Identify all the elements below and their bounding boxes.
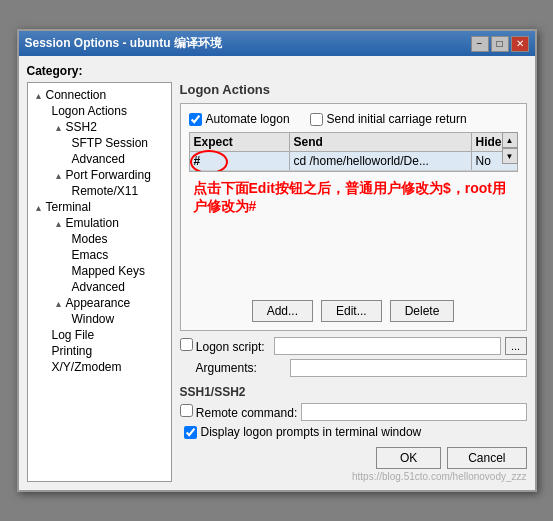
remote-command-label: Remote command:: [180, 404, 298, 420]
send-initial-cr-label: Send initial carriage return: [327, 112, 467, 126]
expand-icon-ssh2: ▴: [52, 122, 66, 133]
logon-script-row: Logon script: ...: [180, 337, 527, 355]
arguments-input[interactable]: [290, 359, 527, 377]
maximize-button[interactable]: □: [491, 36, 509, 52]
minimize-button[interactable]: −: [471, 36, 489, 52]
tree-child-sftp: SFTP Session: [72, 135, 167, 151]
tree-label-connection: Connection: [46, 88, 107, 102]
expand-icon-terminal: ▴: [32, 202, 46, 213]
tree-item-logon-actions[interactable]: Logon Actions: [52, 103, 167, 119]
ok-button[interactable]: OK: [376, 447, 441, 469]
tree-child-appearance-group: ▴ Appearance Window: [52, 295, 167, 327]
category-label: Category:: [27, 64, 527, 78]
tree-item-port-forwarding[interactable]: ▴ Port Forwarding: [52, 167, 167, 183]
send-initial-cr-input[interactable]: [310, 113, 323, 126]
terminal-group: ▴ Terminal ▴ Emulation Modes Emacs: [32, 199, 167, 375]
cancel-button[interactable]: Cancel: [447, 447, 526, 469]
table-header: Expect Send Hide: [190, 133, 517, 152]
tree-label-appearance: Appearance: [66, 296, 131, 310]
tree-child-emulation-group: ▴ Emulation Modes Emacs Mapped Keys: [52, 215, 167, 295]
scroll-down-button[interactable]: ▼: [502, 148, 518, 164]
tree-child-port-forwarding-group: ▴ Port Forwarding Remote/X11: [52, 167, 167, 199]
tree-child-printing: Printing: [52, 343, 167, 359]
delete-button[interactable]: Delete: [390, 300, 455, 322]
tree-item-terminal[interactable]: ▴ Terminal: [32, 199, 167, 215]
section-title: Logon Actions: [180, 82, 527, 97]
tree-item-ssh2[interactable]: ▴ SSH2: [52, 119, 167, 135]
logon-script-label: Logon script:: [180, 338, 270, 354]
main-area: ▴ Connection Logon Actions ▴ SSH2 SFTP S…: [27, 82, 527, 482]
tree-item-emulation[interactable]: ▴ Emulation: [52, 215, 167, 231]
logon-script-browse-button[interactable]: ...: [505, 337, 527, 355]
right-panel: Logon Actions Automate logon Send initia…: [180, 82, 527, 482]
automate-logon-input[interactable]: [189, 113, 202, 126]
expand-icon-pf: ▴: [52, 170, 66, 181]
tree-item-connection[interactable]: ▴ Connection: [32, 87, 167, 103]
td-expect: #: [190, 152, 290, 170]
action-buttons: Add... Edit... Delete: [189, 300, 518, 322]
tree-item-window[interactable]: Window: [72, 311, 167, 327]
annotation-text: 点击下面Edit按钮之后，普通用户修改为$，root用户修改为#: [189, 172, 518, 224]
tree-item-log-file[interactable]: Log File: [52, 327, 167, 343]
remote-command-input[interactable]: [301, 403, 526, 421]
automate-logon-label: Automate logon: [206, 112, 290, 126]
logon-actions-box: Automate logon Send initial carriage ret…: [180, 103, 527, 331]
logon-table: Expect Send Hide # cd /home/helloworld/D…: [189, 132, 518, 172]
remote-command-checkbox[interactable]: [180, 404, 193, 417]
logon-table-wrapper: Expect Send Hide # cd /home/helloworld/D…: [189, 132, 518, 290]
expand-icon: ▴: [32, 90, 46, 101]
tree-child-modes: Modes: [72, 231, 167, 247]
category-tree[interactable]: ▴ Connection Logon Actions ▴ SSH2 SFTP S…: [27, 82, 172, 482]
tree-child-log-file: Log File: [52, 327, 167, 343]
tree-item-mapped-keys[interactable]: Mapped Keys: [72, 263, 167, 279]
arguments-label: Arguments:: [196, 361, 286, 375]
tree-child-logon-actions: Logon Actions: [52, 103, 167, 119]
display-logon-row: Display logon prompts in terminal window: [180, 425, 527, 439]
tree-label-terminal: Terminal: [46, 200, 91, 214]
tree-child-xyzmodem: X/Y/Zmodem: [52, 359, 167, 375]
th-send: Send: [290, 133, 472, 151]
tree-item-xyzmodem[interactable]: X/Y/Zmodem: [52, 359, 167, 375]
title-bar-buttons: − □ ✕: [471, 36, 529, 52]
td-send: cd /home/helloworld/De...: [290, 152, 472, 170]
tree-item-printing[interactable]: Printing: [52, 343, 167, 359]
tree-item-appearance[interactable]: ▴ Appearance: [52, 295, 167, 311]
title-bar: Session Options - ubuntu 编译环境 − □ ✕: [19, 31, 535, 56]
bottom-section: Logon script: ... Arguments: SSH1/SSH2 R…: [180, 337, 527, 439]
tree-child-emacs: Emacs: [72, 247, 167, 263]
edit-button[interactable]: Edit...: [321, 300, 382, 322]
add-button[interactable]: Add...: [252, 300, 313, 322]
tree-item-advanced2[interactable]: Advanced: [72, 279, 167, 295]
th-expect: Expect: [190, 133, 290, 151]
logon-script-checkbox[interactable]: [180, 338, 193, 351]
tree-label-ssh2: SSH2: [66, 120, 97, 134]
tree-item-modes[interactable]: Modes: [72, 231, 167, 247]
tree-child-advanced2: Advanced: [72, 279, 167, 295]
display-logon-input[interactable]: [184, 426, 197, 439]
window-title: Session Options - ubuntu 编译环境: [25, 35, 222, 52]
tree-child-remote-x11: Remote/X11: [72, 183, 167, 199]
tree-child-advanced: Advanced: [72, 151, 167, 167]
automate-logon-checkbox[interactable]: Automate logon: [189, 112, 290, 126]
logon-script-input[interactable]: [274, 337, 501, 355]
tree-item-sftp-session[interactable]: SFTP Session: [72, 135, 167, 151]
table-row[interactable]: # cd /home/helloworld/De... No: [190, 152, 517, 171]
tree-child-ssh2-group: ▴ SSH2 SFTP Session Advanced: [52, 119, 167, 167]
connection-group: ▴ Connection Logon Actions ▴ SSH2 SFTP S…: [32, 87, 167, 199]
scroll-up-button[interactable]: ▲: [502, 132, 518, 148]
tree-item-advanced[interactable]: Advanced: [72, 151, 167, 167]
checkbox-row: Automate logon Send initial carriage ret…: [189, 112, 518, 126]
display-logon-prompts-checkbox[interactable]: Display logon prompts in terminal window: [184, 425, 422, 439]
bottom-buttons: OK Cancel: [180, 447, 527, 469]
scroll-buttons: ▲ ▼: [502, 132, 518, 164]
tree-child-window: Window: [72, 311, 167, 327]
tree-item-emacs[interactable]: Emacs: [72, 247, 167, 263]
tree-child-mapped-keys: Mapped Keys: [72, 263, 167, 279]
send-initial-cr-checkbox[interactable]: Send initial carriage return: [310, 112, 467, 126]
main-content: Category: ▴ Connection Logon Actions ▴: [19, 56, 535, 490]
tree-label-emulation: Emulation: [66, 216, 119, 230]
main-window: Session Options - ubuntu 编译环境 − □ ✕ Cate…: [17, 29, 537, 492]
tree-item-remote-x11[interactable]: Remote/X11: [72, 183, 167, 199]
tree-label-port-forwarding: Port Forwarding: [66, 168, 151, 182]
close-button[interactable]: ✕: [511, 36, 529, 52]
